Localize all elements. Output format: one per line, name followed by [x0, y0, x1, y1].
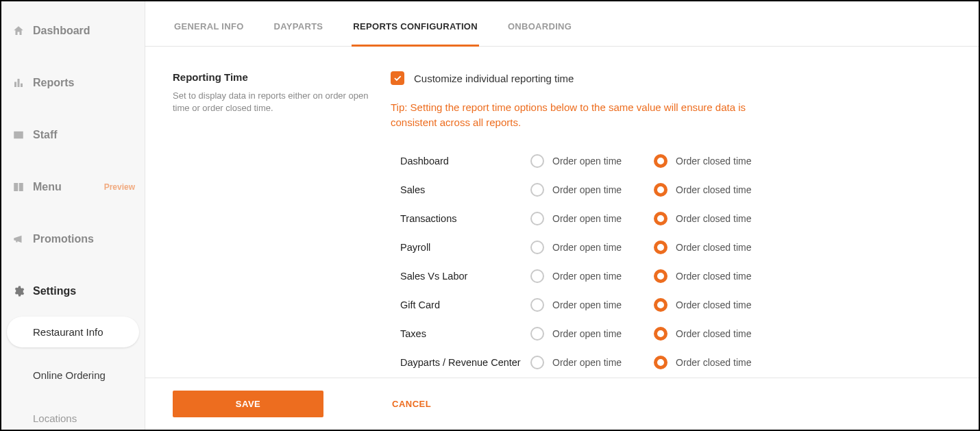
radio-indicator: [530, 356, 544, 369]
sidebar-item-promotions[interactable]: Promotions: [1, 223, 145, 255]
option-row: Dayparts / Revenue CenterOrder open time…: [400, 348, 951, 377]
tab-dayparts[interactable]: DAYPARTS: [273, 22, 325, 47]
footer: SAVE CANCEL: [145, 378, 979, 430]
sidebar-item-staff[interactable]: Staff: [1, 119, 145, 151]
tab-reports-configuration[interactable]: REPORTS CONFIGURATION: [352, 22, 479, 47]
radio-indicator: [654, 356, 667, 369]
radio-label: Order open time: [552, 213, 622, 224]
radio-order-closed-time[interactable]: Order closed time: [654, 298, 777, 312]
radio-label: Order open time: [552, 242, 622, 253]
sidebar-item-menu[interactable]: Menu Preview: [1, 171, 145, 203]
radio-indicator: [530, 183, 544, 197]
radio-indicator: [530, 269, 544, 283]
reporting-time-section: Reporting Time Set to display data in re…: [173, 71, 951, 377]
option-name: Taxes: [400, 328, 530, 339]
customize-checkbox-row: Customize individual reporting time: [391, 71, 951, 85]
radio-order-open-time[interactable]: Order open time: [530, 154, 654, 168]
sidebar-item-dashboard[interactable]: Dashboard: [1, 15, 145, 47]
radio-label: Order closed time: [676, 242, 751, 253]
subnav-item-locations[interactable]: Locations: [7, 403, 139, 430]
reporting-time-options: DashboardOrder open timeOrder closed tim…: [391, 147, 951, 377]
radio-order-open-time[interactable]: Order open time: [530, 298, 654, 312]
content: Reporting Time Set to display data in re…: [145, 47, 979, 378]
radio-indicator: [530, 241, 544, 254]
radio-order-open-time[interactable]: Order open time: [530, 241, 654, 254]
radio-label: Order closed time: [676, 213, 751, 224]
option-name: Dashboard: [400, 156, 530, 167]
settings-subnav: Restaurant Info Online Ordering Location…: [1, 317, 145, 430]
radio-order-open-time[interactable]: Order open time: [530, 183, 654, 197]
customize-checkbox-label[interactable]: Customize individual reporting time: [414, 73, 574, 84]
radio-label: Order open time: [552, 299, 622, 310]
section-description: Reporting Time Set to display data in re…: [173, 71, 378, 114]
radio-order-open-time[interactable]: Order open time: [530, 212, 654, 225]
radio-order-open-time[interactable]: Order open time: [530, 327, 654, 341]
radio-order-closed-time[interactable]: Order closed time: [654, 212, 777, 225]
megaphone-icon: [12, 233, 25, 245]
radio-indicator: [654, 183, 667, 197]
radio-indicator: [530, 327, 544, 341]
option-name: Dayparts / Revenue Center: [400, 357, 530, 368]
home-icon: [12, 25, 25, 37]
radio-label: Order open time: [552, 271, 622, 282]
subnav-item-label: Locations: [33, 412, 77, 424]
tab-general-info[interactable]: GENERAL INFO: [173, 22, 245, 47]
tab-onboarding[interactable]: ONBOARDING: [506, 22, 573, 47]
radio-order-closed-time[interactable]: Order closed time: [654, 356, 777, 369]
save-button[interactable]: SAVE: [173, 391, 323, 417]
section-help-text: Set to display data in reports either on…: [173, 90, 378, 114]
radio-indicator: [654, 241, 667, 254]
sidebar: Dashboard Reports Staff Menu Preview: [1, 1, 145, 430]
radio-indicator: [654, 327, 667, 341]
radio-label: Order open time: [552, 184, 622, 195]
sidebar-item-label: Reports: [33, 77, 74, 89]
radio-indicator: [530, 154, 544, 168]
radio-label: Order closed time: [676, 156, 751, 167]
option-row: Gift CardOrder open timeOrder closed tim…: [400, 291, 951, 319]
radio-label: Order closed time: [676, 184, 751, 195]
section-title: Reporting Time: [173, 71, 378, 83]
radio-indicator: [530, 298, 544, 312]
check-icon: [393, 73, 402, 83]
sidebar-item-label: Promotions: [33, 233, 94, 245]
radio-indicator: [654, 269, 667, 283]
radio-label: Order closed time: [676, 299, 751, 310]
option-name: Transactions: [400, 213, 530, 224]
option-name: Sales Vs Labor: [400, 271, 530, 282]
main: GENERAL INFO DAYPARTS REPORTS CONFIGURAT…: [145, 1, 979, 430]
preview-badge: Preview: [104, 182, 135, 192]
sidebar-item-label: Settings: [33, 285, 76, 297]
customize-checkbox[interactable]: [391, 71, 404, 85]
radio-order-closed-time[interactable]: Order closed time: [654, 327, 777, 341]
section-controls: Customize individual reporting time Tip:…: [391, 71, 951, 377]
sidebar-item-settings[interactable]: Settings: [1, 275, 145, 307]
sidebar-item-label: Menu: [33, 181, 62, 193]
bar-chart-icon: [12, 77, 25, 89]
radio-label: Order open time: [552, 156, 622, 167]
radio-order-closed-time[interactable]: Order closed time: [654, 183, 777, 197]
radio-label: Order closed time: [676, 271, 751, 282]
radio-label: Order open time: [552, 357, 622, 368]
radio-order-open-time[interactable]: Order open time: [530, 269, 654, 283]
option-name: Payroll: [400, 242, 530, 253]
subnav-item-restaurant-info[interactable]: Restaurant Info: [7, 317, 139, 347]
option-row: PayrollOrder open timeOrder closed time: [400, 233, 951, 262]
radio-order-open-time[interactable]: Order open time: [530, 356, 654, 369]
option-name: Sales: [400, 184, 530, 195]
option-row: TransactionsOrder open timeOrder closed …: [400, 204, 951, 233]
cancel-button[interactable]: CANCEL: [392, 399, 431, 409]
id-card-icon: [12, 129, 25, 141]
book-icon: [12, 181, 25, 193]
radio-label: Order closed time: [676, 328, 751, 339]
radio-indicator: [654, 298, 667, 312]
tabs: GENERAL INFO DAYPARTS REPORTS CONFIGURAT…: [145, 1, 979, 47]
radio-order-closed-time[interactable]: Order closed time: [654, 154, 777, 168]
radio-indicator: [530, 212, 544, 225]
subnav-item-online-ordering[interactable]: Online Ordering: [7, 360, 139, 391]
option-row: Sales Vs LaborOrder open timeOrder close…: [400, 262, 951, 291]
tip-text: Tip: Setting the report time options bel…: [391, 100, 774, 130]
radio-order-closed-time[interactable]: Order closed time: [654, 269, 777, 283]
sidebar-item-reports[interactable]: Reports: [1, 67, 145, 99]
sidebar-item-label: Dashboard: [33, 25, 90, 37]
radio-order-closed-time[interactable]: Order closed time: [654, 241, 777, 254]
